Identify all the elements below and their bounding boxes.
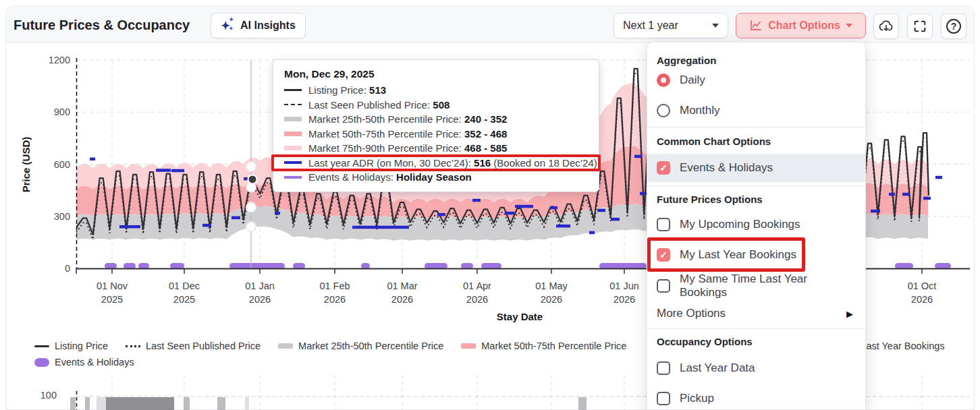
chart-options-label: Chart Options — [768, 20, 840, 32]
bar-gray-swatch — [278, 343, 293, 349]
menu-section-future-prices: Future Prices Options — [657, 194, 763, 205]
legend-item: Last Seen Published Price — [126, 341, 261, 351]
pill-purple-swatch — [34, 358, 49, 367]
help-button[interactable] — [941, 13, 967, 39]
line-dashed-swatch — [284, 104, 302, 105]
tooltip-row: Last year ADR (on Mon, 30 Dec’24): 516 (… — [284, 156, 588, 171]
x-axis-tick-label: 01 Dec2025 — [154, 279, 215, 306]
date-range-value: Next 1 year — [623, 20, 678, 32]
checkbox-my-upcoming-bookings[interactable] — [657, 218, 670, 231]
y-axis-tick-label: 900 — [23, 107, 70, 117]
menu-item-events-holidays[interactable]: Events & Holidays — [647, 154, 865, 182]
menu-item-my-upcoming-bookings[interactable]: My Upcoming Bookings — [647, 214, 865, 235]
radio-monthly[interactable] — [657, 104, 670, 117]
x-axis-tick-label: 01 Nov2025 — [82, 279, 142, 306]
menu-item-my-same-time-last-year-bookings[interactable]: My Same Time Last Year Bookings — [647, 276, 865, 296]
legend-item: Events & Holidays — [34, 357, 134, 368]
chart-options-menu: Aggregation Daily Monthly Common Chart O… — [647, 42, 866, 410]
line-purple-swatch — [284, 176, 302, 179]
line-dotted-swatch — [126, 345, 140, 347]
bar-pink-swatch — [461, 343, 476, 349]
fullscreen-icon — [913, 19, 927, 34]
ai-insights-button[interactable]: AI Insights — [211, 13, 306, 38]
chevron-down-icon — [712, 24, 719, 28]
checkbox-last-year-data[interactable] — [657, 361, 670, 375]
chart-options-button[interactable]: Chart Options — [736, 13, 866, 38]
ai-sparkles-icon — [221, 18, 234, 33]
menu-item-last-year-data[interactable]: Last Year Data — [647, 358, 865, 378]
menu-divider — [647, 328, 865, 329]
tooltip-row: Market 50th-75th Percentile Price: 352 -… — [284, 127, 588, 142]
y-axis-tick-label: 600 — [23, 159, 70, 170]
legend-item: Listing Price — [34, 341, 108, 351]
checkbox-pickup[interactable] — [657, 392, 670, 405]
x-axis-tick-label: 01 Oct2026 — [892, 279, 952, 306]
line-chart-icon — [749, 19, 763, 32]
menu-item-pickup[interactable]: Pickup — [647, 388, 865, 409]
y-axis-tick-label: 300 — [23, 211, 70, 222]
tooltip-row: Market 25th-50th Percentile Price: 240 -… — [284, 112, 588, 127]
date-range-select[interactable]: Next 1 year — [614, 13, 728, 38]
line-blue-swatch — [284, 161, 302, 164]
download-cloud-icon — [878, 18, 894, 34]
tt-bar-gray-swatch — [284, 117, 302, 121]
menu-section-occupancy: Occupancy Options — [657, 336, 753, 347]
help-icon — [946, 19, 961, 34]
download-chart-button[interactable] — [873, 13, 899, 39]
checkbox-my-same-time-last-year-bookings[interactable] — [657, 279, 670, 293]
submenu-arrow-icon — [846, 308, 853, 320]
x-axis-title: Stay Date — [418, 311, 621, 322]
checkbox-my-last-year-bookings-checked[interactable] — [657, 248, 670, 262]
chart-tooltip: Mon, Dec 29, 2025 Listing Price: 513Last… — [273, 59, 599, 192]
tooltip-date: Mon, Dec 29, 2025 — [284, 68, 588, 83]
tt-bar-lightpink-swatch — [284, 146, 302, 150]
tooltip-row: Events & Holidays: Holiday Season — [284, 170, 588, 185]
y-axis-tick-label: 1200 — [23, 55, 70, 65]
y-axis-tick-label: 0 — [23, 263, 70, 274]
legend-item: Market 25th-50th Percentile Price — [278, 341, 443, 351]
menu-divider — [647, 127, 865, 127]
occupancy-axis-max-label: 100 — [16, 390, 57, 401]
tooltip-row: Market 75th-90th Percentile Price: 468 -… — [284, 141, 588, 156]
menu-divider — [647, 185, 865, 186]
x-axis-tick-label: 01 Apr2026 — [447, 279, 508, 306]
tooltip-row: Last Seen Published Price: 508 — [284, 98, 588, 113]
fullscreen-button[interactable] — [907, 13, 933, 39]
chart-legend-row-1: Listing PriceLast Seen Published PriceMa… — [34, 341, 626, 351]
menu-item-my-last-year-bookings[interactable]: My Last Year Bookings — [647, 245, 865, 265]
legend-item: Market 50th-75th Percentile Price — [461, 341, 626, 351]
line-black-swatch — [34, 345, 49, 347]
page-title: Future Prices & Occupancy — [13, 18, 190, 33]
ai-insights-label: AI Insights — [240, 20, 296, 32]
x-axis-tick-label: 01 Mar2026 — [372, 279, 433, 306]
checkbox-events-holidays-checked[interactable] — [657, 161, 670, 175]
menu-section-aggregation: Aggregation — [657, 55, 716, 66]
x-axis-tick-label: 01 May2026 — [521, 279, 582, 306]
tt-bar-pink-swatch — [284, 131, 302, 136]
menu-item-monthly[interactable]: Monthly — [647, 100, 865, 121]
menu-item-daily[interactable]: Daily — [647, 70, 865, 90]
tooltip-row: Listing Price: 513 — [284, 83, 588, 98]
chart-legend-row-2: Events & Holidays — [34, 357, 134, 368]
line-solid-swatch — [284, 89, 302, 91]
x-axis-tick-label: 01 Feb2026 — [304, 279, 365, 306]
menu-section-common: Common Chart Options — [657, 136, 771, 147]
x-axis-tick-label: 01 Jan2026 — [229, 279, 290, 306]
future-prices-occupancy-widget: Future Prices & Occupancy AI Insights Ne… — [0, 0, 980, 410]
chevron-down-icon — [846, 24, 852, 28]
radio-daily-selected[interactable] — [657, 74, 670, 87]
menu-item-more-options[interactable]: More Options — [647, 303, 865, 324]
x-axis-tick-label: 01 Jun2026 — [594, 279, 655, 306]
